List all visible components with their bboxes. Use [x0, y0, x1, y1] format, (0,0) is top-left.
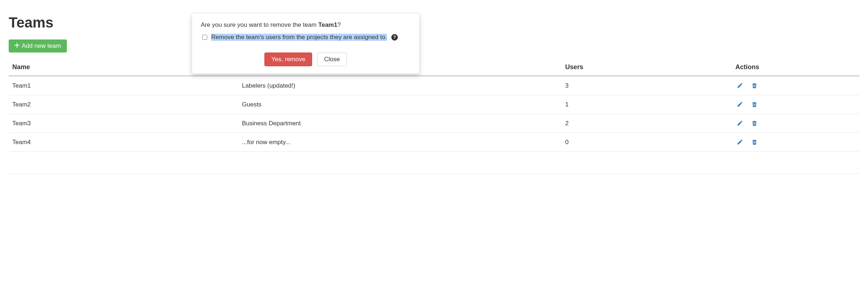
confirm-prefix: Are you sure you want to remove the team [201, 21, 318, 28]
edit-icon[interactable] [735, 100, 745, 109]
add-new-team-button[interactable]: Add new team [9, 39, 67, 53]
cell-name: Team2 [9, 95, 238, 114]
teams-table: Name Description Users Actions Team1Labe… [9, 60, 859, 152]
cell-description: Business Department [238, 114, 562, 133]
confirm-suffix: ? [337, 21, 341, 28]
confirm-remove-popover: Are you sure you want to remove the team… [192, 13, 420, 74]
table-row: Team3Business Department2 [9, 114, 859, 133]
cell-users: 0 [562, 133, 732, 152]
table-row: Team2Guests1 [9, 95, 859, 114]
cell-users: 3 [562, 76, 732, 95]
plus-icon [14, 42, 20, 50]
trash-icon[interactable] [750, 118, 759, 128]
edit-icon[interactable] [735, 118, 745, 128]
add-button-label: Add new team [22, 42, 61, 50]
divider [9, 173, 859, 174]
yes-remove-button[interactable]: Yes, remove [264, 53, 312, 66]
table-row: Team1Labelers (updated!)3 [9, 76, 859, 95]
confirm-message: Are you sure you want to remove the team… [201, 21, 410, 29]
cell-description: ...for now empty... [238, 133, 562, 152]
page-title: Teams [9, 14, 859, 31]
cell-description: Guests [238, 95, 562, 114]
cell-name: Team1 [9, 76, 238, 95]
cell-users: 1 [562, 95, 732, 114]
help-icon[interactable]: ? [391, 34, 398, 41]
cell-description: Labelers (updated!) [238, 76, 562, 95]
close-button[interactable]: Close [317, 53, 346, 66]
cell-name: Team4 [9, 133, 238, 152]
trash-icon[interactable] [750, 100, 759, 109]
edit-icon[interactable] [735, 137, 745, 147]
cell-users: 2 [562, 114, 732, 133]
svg-rect-1 [14, 45, 20, 46]
trash-icon[interactable] [750, 137, 759, 147]
table-row: Team4...for now empty...0 [9, 133, 859, 152]
confirm-team-name: Team1 [318, 21, 337, 28]
col-header-users: Users [562, 60, 732, 76]
edit-icon[interactable] [735, 81, 745, 90]
remove-users-checkbox[interactable] [202, 35, 207, 40]
col-header-actions: Actions [732, 60, 859, 76]
remove-users-checkbox-label: Remove the team's users from the project… [211, 34, 387, 41]
trash-icon[interactable] [750, 81, 759, 90]
cell-name: Team3 [9, 114, 238, 133]
